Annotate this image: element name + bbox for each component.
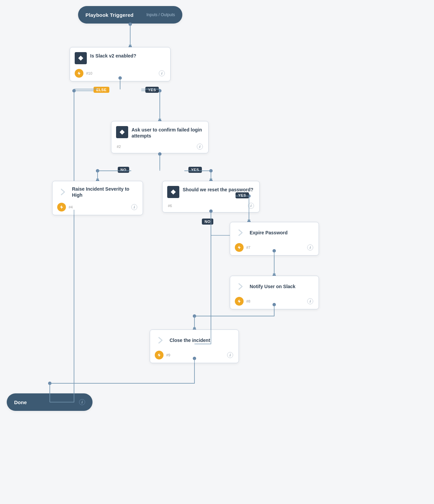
diamond-icon-1 bbox=[75, 52, 87, 64]
lightning-badge-1 bbox=[75, 69, 83, 78]
lightning-badge-raise bbox=[57, 203, 66, 211]
info-button-1[interactable]: i bbox=[159, 70, 165, 76]
trigger-title: Playbook Triggered bbox=[85, 12, 134, 18]
node-num-2: #2 bbox=[117, 145, 121, 149]
condition-title-3: Should we reset the password? bbox=[183, 187, 253, 193]
node-num-1: #10 bbox=[86, 71, 92, 75]
chevron-icon-raise bbox=[57, 186, 69, 198]
info-button-done[interactable]: i bbox=[79, 399, 85, 405]
connector-dot-15 bbox=[273, 249, 276, 253]
action-title-raise: Raise Incident Severity to High bbox=[72, 186, 137, 198]
connector-dot-4 bbox=[72, 89, 76, 92]
condition-title-2: Ask user to confirm failed login attempt… bbox=[132, 127, 203, 139]
action-title-expire: Expire Password bbox=[250, 230, 288, 236]
node-num-close: #9 bbox=[166, 353, 170, 357]
branch-yes-label-1: YES bbox=[145, 87, 159, 93]
workflow-canvas: Playbook Triggered Inputs / Outputs Is S… bbox=[0, 0, 434, 504]
info-button-raise[interactable]: i bbox=[131, 204, 137, 210]
lightning-badge-expire bbox=[235, 243, 244, 252]
chevron-icon-close bbox=[155, 335, 166, 346]
trigger-io-link[interactable]: Inputs / Outputs bbox=[146, 12, 175, 17]
node-num-notify: #8 bbox=[246, 299, 250, 303]
chevron-icon-notify bbox=[235, 281, 246, 292]
diamond-icon-2 bbox=[116, 126, 128, 138]
condition-title-1: Is Slack v2 enabled? bbox=[90, 53, 136, 59]
action-title-close: Close the incident bbox=[170, 337, 210, 343]
connector-dot-3 bbox=[118, 76, 122, 80]
branch-no-label-2: NO bbox=[202, 219, 213, 225]
node-num-3: #6 bbox=[168, 204, 172, 208]
connector-dot-21 bbox=[48, 382, 51, 385]
branch-else-label: ELSE bbox=[94, 87, 109, 93]
info-button-notify[interactable]: i bbox=[307, 298, 313, 304]
connections-overlay bbox=[0, 0, 434, 504]
info-button-expire[interactable]: i bbox=[307, 244, 313, 250]
connector-dot-12 bbox=[209, 209, 213, 213]
action-title-notify: Notify User on Slack bbox=[250, 283, 295, 289]
branch-no-label-1: NO bbox=[118, 167, 129, 173]
action-node-raise[interactable]: Raise Incident Severity to High #4 i bbox=[52, 181, 143, 215]
chevron-icon-expire bbox=[235, 227, 246, 238]
branch-yes-label-3: YES bbox=[236, 192, 249, 198]
done-node: Done i bbox=[7, 393, 93, 411]
trigger-node[interactable]: Playbook Triggered Inputs / Outputs bbox=[78, 6, 182, 24]
node-num-expire: #7 bbox=[246, 245, 250, 249]
connections-svg bbox=[0, 0, 434, 504]
connector-dot-8 bbox=[96, 169, 99, 172]
branch-yes-label-2: YES bbox=[188, 167, 202, 173]
lightning-badge-notify bbox=[235, 297, 244, 306]
info-button-3[interactable]: i bbox=[248, 203, 254, 209]
connector-dot-17 bbox=[273, 303, 276, 306]
connector-dot-7 bbox=[158, 152, 161, 156]
connector-dot-1 bbox=[129, 23, 132, 26]
info-button-close[interactable]: i bbox=[227, 352, 233, 358]
info-button-2[interactable]: i bbox=[197, 144, 203, 150]
connector-dot-18 bbox=[193, 314, 196, 318]
connector-dot-20 bbox=[193, 357, 196, 360]
done-title: Done bbox=[14, 399, 27, 405]
connector-dot-9 bbox=[209, 169, 213, 172]
node-num-raise: #4 bbox=[69, 205, 73, 209]
diamond-icon-3 bbox=[167, 186, 179, 198]
lightning-badge-close bbox=[155, 351, 164, 359]
condition-node-confirm[interactable]: Ask user to confirm failed login attempt… bbox=[111, 121, 209, 153]
